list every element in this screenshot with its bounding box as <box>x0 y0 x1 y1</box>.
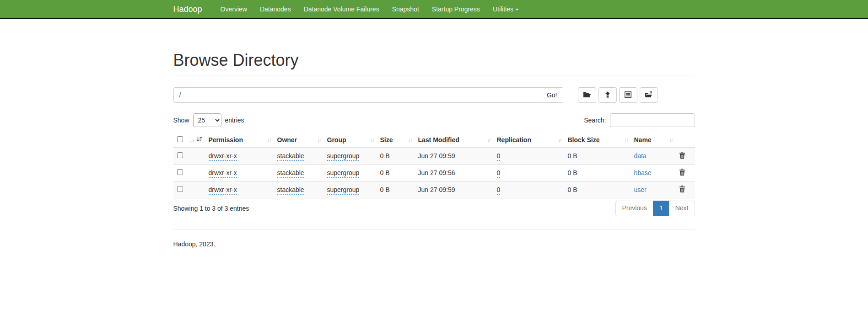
last-modified-value: Jun 27 09:59 <box>418 152 455 160</box>
column-label: Size <box>380 136 393 144</box>
owner-value[interactable]: stackable <box>277 152 304 161</box>
page-title: Browse Directory <box>173 51 695 69</box>
site-footer-text: Hadoop, 2023. <box>173 240 695 248</box>
navbar-menu: Overview Datanodes Datanode Volume Failu… <box>214 5 525 13</box>
block-size-value: 0 B <box>568 186 577 193</box>
column-header-block-size[interactable]: Block Size <box>564 133 631 148</box>
nav-item-datanode-volume-failures[interactable]: Datanode Volume Failures <box>297 5 386 13</box>
show-label: Show <box>173 117 189 124</box>
folder-move-button[interactable] <box>640 87 658 103</box>
select-all-checkbox[interactable] <box>177 136 183 142</box>
owner-value[interactable]: stackable <box>277 186 304 195</box>
path-input-group: Go! <box>173 87 563 103</box>
replication-value[interactable]: 0 <box>497 169 501 178</box>
search-label: Search: <box>584 117 606 124</box>
column-header-permission[interactable]: Permission <box>205 133 274 148</box>
column-header-last-modified[interactable]: Last Modified <box>415 133 493 148</box>
search-input[interactable] <box>610 113 695 127</box>
sort-icon <box>558 137 561 143</box>
column-label: Last Modified <box>418 136 459 144</box>
column-label: Replication <box>497 136 531 144</box>
sort-icon <box>268 137 271 143</box>
column-header-replication[interactable]: Replication <box>493 133 564 148</box>
block-size-value: 0 B <box>568 152 577 160</box>
page-length-select[interactable]: 25 <box>193 113 221 127</box>
sort-icon <box>371 137 374 143</box>
permission-value[interactable]: drwxr-xr-x <box>209 152 237 161</box>
last-modified-value: Jun 27 09:59 <box>418 186 455 193</box>
trash-icon <box>679 153 685 160</box>
group-value[interactable]: supergroup <box>327 169 360 178</box>
delete-button[interactable] <box>679 169 685 176</box>
chevron-down-icon <box>515 9 519 11</box>
nav-item-datanodes[interactable]: Datanodes <box>253 5 297 13</box>
folder-move-icon <box>645 91 653 99</box>
list-button[interactable] <box>619 87 637 103</box>
directory-link[interactable]: data <box>634 152 647 160</box>
nav-item-utilities-dropdown[interactable]: Utilities <box>486 5 525 13</box>
nav-item-snapshot[interactable]: Snapshot <box>386 5 426 13</box>
select-all-header[interactable] <box>173 133 205 148</box>
table-controls: Show 25 entries Search: <box>173 113 695 127</box>
row-checkbox[interactable] <box>177 169 183 175</box>
replication-value[interactable]: 0 <box>497 186 501 195</box>
nav-item-utilities-label: Utilities <box>493 5 513 13</box>
delete-button[interactable] <box>679 152 685 159</box>
size-value: 0 B <box>380 152 390 160</box>
go-button[interactable]: Go! <box>541 87 563 103</box>
folder-open-button[interactable] <box>578 87 596 103</box>
navbar-brand[interactable]: Hadoop <box>173 5 202 14</box>
column-header-owner[interactable]: Owner <box>274 133 323 148</box>
permission-value[interactable]: drwxr-xr-x <box>209 186 237 195</box>
upload-button[interactable] <box>598 87 617 103</box>
replication-value[interactable]: 0 <box>497 152 501 161</box>
table-row: drwxr-xr-x stackable supergroup 0 B Jun … <box>173 148 695 165</box>
sort-icon <box>409 137 412 143</box>
folder-open-icon <box>583 91 591 99</box>
directory-link[interactable]: user <box>634 186 647 193</box>
pagination-next[interactable]: Next <box>669 201 695 216</box>
row-checkbox[interactable] <box>177 186 183 192</box>
column-header-actions <box>675 133 695 148</box>
entries-summary: Showing 1 to 3 of 3 entries <box>173 201 249 212</box>
toolbar-icon-group <box>578 87 658 103</box>
pagination-page-1[interactable]: 1 <box>653 201 669 216</box>
table-row: drwxr-xr-x stackable supergroup 0 B Jun … <box>173 181 695 198</box>
sort-amount-icon <box>189 137 202 144</box>
show-entries-control: Show 25 entries <box>173 113 244 127</box>
row-checkbox[interactable] <box>177 152 183 158</box>
group-value[interactable]: supergroup <box>327 152 360 161</box>
column-label: Block Size <box>568 136 600 144</box>
column-header-name[interactable]: Name <box>631 133 675 148</box>
column-label: Permission <box>209 136 243 144</box>
sort-icon <box>318 137 321 143</box>
size-value: 0 B <box>380 169 390 176</box>
nav-item-overview[interactable]: Overview <box>214 5 253 13</box>
directory-link[interactable]: hbase <box>634 169 652 176</box>
path-bar: Go! <box>173 87 695 103</box>
column-label: Name <box>634 136 652 144</box>
column-label: Group <box>327 136 346 144</box>
page-header: Browse Directory <box>173 51 695 75</box>
pagination: Previous 1 Next <box>615 201 695 216</box>
owner-value[interactable]: stackable <box>277 169 304 178</box>
delete-button[interactable] <box>679 186 685 192</box>
size-value: 0 B <box>380 186 390 193</box>
table-header-row: Permission Owner Group Size Last Modifie… <box>173 133 695 148</box>
sort-icon <box>669 137 673 143</box>
sort-icon <box>625 137 628 143</box>
trash-icon <box>679 187 685 194</box>
group-value[interactable]: supergroup <box>327 186 360 195</box>
last-modified-value: Jun 27 09:56 <box>418 169 455 176</box>
directory-path-input[interactable] <box>173 87 541 103</box>
column-label: Owner <box>277 136 297 144</box>
permission-value[interactable]: drwxr-xr-x <box>209 169 237 178</box>
upload-icon <box>604 91 611 99</box>
pagination-previous[interactable]: Previous <box>615 201 653 216</box>
directory-table: Permission Owner Group Size Last Modifie… <box>173 133 695 198</box>
column-header-group[interactable]: Group <box>323 133 377 148</box>
footer-divider <box>173 229 695 229</box>
column-header-size[interactable]: Size <box>377 133 415 148</box>
nav-item-startup-progress[interactable]: Startup Progress <box>426 5 486 13</box>
entries-label: entries <box>225 117 244 124</box>
